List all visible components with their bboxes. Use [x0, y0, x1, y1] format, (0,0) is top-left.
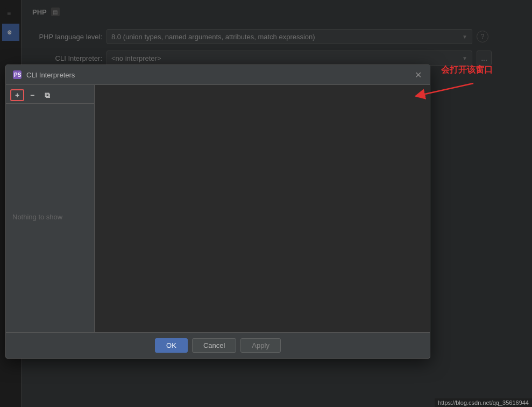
- dialog-titlebar: PS CLI Interpreters ✕: [6, 65, 430, 85]
- dialog-title: CLI Interpreters: [26, 71, 408, 79]
- url-bar: https://blog.csdn.net/qq_35616944: [435, 398, 532, 407]
- nothing-to-show-label: Nothing to show: [6, 204, 94, 230]
- dialog-body: + − ⧉ Nothing to show: [6, 85, 430, 332]
- cli-interpreters-dialog: PS CLI Interpreters ✕ + − ⧉ Nothing to s…: [5, 65, 430, 359]
- dialog-toolbar: + − ⧉: [6, 87, 94, 104]
- svg-text:PS: PS: [14, 72, 22, 78]
- dialog-ps-icon: PS: [12, 70, 22, 80]
- cancel-button[interactable]: Cancel: [192, 338, 236, 353]
- apply-button: Apply: [240, 338, 281, 353]
- remove-interpreter-button[interactable]: −: [25, 89, 39, 101]
- ok-button[interactable]: OK: [155, 338, 188, 353]
- dialog-left-panel: + − ⧉ Nothing to show: [6, 85, 95, 332]
- dialog-close-button[interactable]: ✕: [413, 69, 423, 80]
- copy-interpreter-button[interactable]: ⧉: [40, 89, 54, 101]
- dialog-right-panel: [95, 85, 430, 332]
- dialog-footer: OK Cancel Apply: [6, 332, 430, 358]
- add-interpreter-button[interactable]: +: [10, 89, 24, 101]
